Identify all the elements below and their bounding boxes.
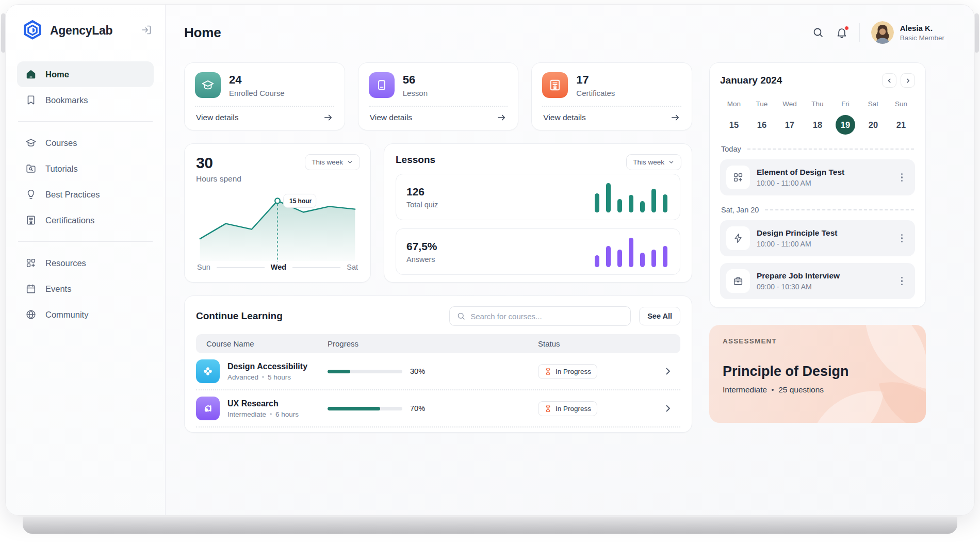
course-row-design-accessibility[interactable]: Design Accessibility Advanced 5 hours 30… xyxy=(196,353,680,390)
notification-dot xyxy=(844,26,849,30)
answers-label: Answers xyxy=(406,255,437,264)
bar xyxy=(651,189,656,212)
calendar-date-20[interactable]: 20 xyxy=(859,115,887,135)
progress-percent: 30% xyxy=(410,367,425,375)
sidebar-nav: HomeBookmarksCoursesTutorialsBest Practi… xyxy=(17,61,154,327)
continue-learning-title: Continue Learning xyxy=(196,310,441,322)
header-actions: Alesia K. Basic Member xyxy=(812,21,944,44)
calendar-date-18[interactable]: 18 xyxy=(804,115,831,135)
chevron-right-icon[interactable] xyxy=(663,403,673,414)
lightning-icon xyxy=(726,226,750,250)
sidebar-item-community[interactable]: Community xyxy=(17,302,154,327)
day-name: Fri xyxy=(831,100,859,108)
event-time: 10:00 - 11:00 AM xyxy=(757,179,844,187)
course-search-input[interactable] xyxy=(470,312,624,321)
grid-plus-icon xyxy=(25,257,37,269)
event-prepare-job-interview[interactable]: Prepare Job Interview 09:00 - 10:30 AM xyxy=(720,263,915,299)
stat-label: Certificates xyxy=(576,89,615,97)
calendar-prev-button[interactable] xyxy=(882,73,896,88)
chevron-left-icon xyxy=(886,77,893,84)
hours-line-chart: 15 hour xyxy=(196,185,359,263)
kebab-menu-icon[interactable] xyxy=(899,232,905,245)
event-title: Element of Design Test xyxy=(757,168,844,177)
hours-filter-dropdown[interactable]: This week xyxy=(305,154,360,170)
search-icon[interactable] xyxy=(812,26,824,39)
stat-value: 56 xyxy=(403,73,428,87)
right-column: January 2024 MonTueWedThuFriSatSun 15161… xyxy=(709,62,926,515)
course-search[interactable] xyxy=(449,306,631,326)
sidebar-item-resources[interactable]: Resources xyxy=(17,250,154,276)
calendar-date-21[interactable]: 21 xyxy=(887,115,915,135)
bar xyxy=(606,183,611,212)
event-element-of-design-test[interactable]: Element of Design Test 10:00 - 11:00 AM xyxy=(720,159,915,195)
calendar-date-17[interactable]: 17 xyxy=(776,115,804,135)
course-meta: Advanced 5 hours xyxy=(227,373,307,381)
content: 24 Enrolled Course View details 56 Lesso… xyxy=(166,44,974,515)
calendar-card: January 2024 MonTueWedThuFriSatSun 15161… xyxy=(709,62,926,308)
course-row-ux-research[interactable]: UX Research Intermediate 6 hours 70% In … xyxy=(196,390,680,427)
app-window: AgencyLab HomeBookmarksCoursesTutorialsB… xyxy=(5,4,975,516)
table-header: Course NameProgressStatus xyxy=(196,334,680,353)
calendar-date-19[interactable]: 19 xyxy=(831,115,859,135)
day-name: Mon xyxy=(720,100,748,108)
sidebar-item-home[interactable]: Home xyxy=(17,61,154,87)
hours-label: Hours spend xyxy=(196,174,359,184)
day-name: Sat xyxy=(859,100,887,108)
main-column: 24 Enrolled Course View details 56 Lesso… xyxy=(184,62,692,515)
assessment-card[interactable]: ASSESSMENT Principle of Design Intermedi… xyxy=(709,325,926,423)
sidebar-item-bookmarks[interactable]: Bookmarks xyxy=(17,87,154,113)
arrow-right-icon xyxy=(670,112,680,123)
graduation-cap-icon xyxy=(25,137,37,149)
see-all-button[interactable]: See All xyxy=(639,307,680,325)
kebab-menu-icon[interactable] xyxy=(899,275,905,288)
view-details-link[interactable]: View details xyxy=(369,106,508,125)
bar xyxy=(640,201,645,212)
logo-row: AgencyLab xyxy=(17,19,154,42)
day-name: Sun xyxy=(887,100,915,108)
kebab-menu-icon[interactable] xyxy=(899,171,905,184)
bar xyxy=(663,246,667,267)
calendar-date-16[interactable]: 16 xyxy=(748,115,776,135)
view-details-link[interactable]: View details xyxy=(195,106,334,125)
bell-icon[interactable] xyxy=(836,26,848,39)
chevron-right-icon[interactable] xyxy=(663,366,673,376)
answers-bar-chart xyxy=(595,236,669,267)
course-meta: Intermediate 6 hours xyxy=(227,410,299,418)
header: Home Alesia K. xyxy=(166,5,974,44)
answers-panel: 67,5% Answers xyxy=(396,228,680,275)
calendar-month: January 2024 xyxy=(720,75,878,86)
sidebar-item-best-practices[interactable]: Best Practices xyxy=(17,182,154,207)
calendar-section-label: Today xyxy=(721,145,914,153)
column-header-course-name: Course Name xyxy=(196,339,328,348)
view-details-link[interactable]: View details xyxy=(542,106,681,125)
stats-row: 24 Enrolled Course View details 56 Lesso… xyxy=(184,62,692,130)
sidebar-collapse-icon[interactable] xyxy=(140,24,154,37)
calendar-dates: 15161718192021 xyxy=(720,115,915,135)
chevron-right-icon xyxy=(905,77,911,84)
ux-shape-icon xyxy=(196,397,220,420)
bar xyxy=(640,253,645,267)
user-menu[interactable]: Alesia K. Basic Member xyxy=(871,21,944,44)
sidebar: AgencyLab HomeBookmarksCoursesTutorialsB… xyxy=(6,5,166,515)
charts-row: 30 Hours spend This week 15 hour xyxy=(184,143,692,283)
lessons-filter-dropdown[interactable]: This week xyxy=(626,154,681,170)
bookmark-icon xyxy=(25,94,37,106)
chevron-down-icon xyxy=(668,159,675,166)
calendar-next-button[interactable] xyxy=(901,73,915,88)
quiz-value: 126 xyxy=(406,186,438,198)
arrow-right-icon xyxy=(323,112,333,123)
event-design-principle-test[interactable]: Design Principle Test 10:00 - 11:00 AM xyxy=(720,220,915,256)
calendar-date-15[interactable]: 15 xyxy=(720,115,748,135)
briefcase-icon xyxy=(726,269,750,293)
hours-x-axis: Sun Wed Sat xyxy=(196,263,359,271)
sidebar-item-tutorials[interactable]: Tutorials xyxy=(17,156,154,182)
bar xyxy=(606,246,611,267)
bar xyxy=(595,255,599,267)
answers-value: 67,5% xyxy=(406,240,437,253)
column-header-status: Status xyxy=(534,339,680,348)
sidebar-item-events[interactable]: Events xyxy=(17,276,154,302)
sidebar-item-courses[interactable]: Courses xyxy=(17,130,154,156)
laptop-base-decor xyxy=(23,517,957,534)
sidebar-item-certifications[interactable]: Certifications xyxy=(17,207,154,233)
bar xyxy=(595,193,599,212)
